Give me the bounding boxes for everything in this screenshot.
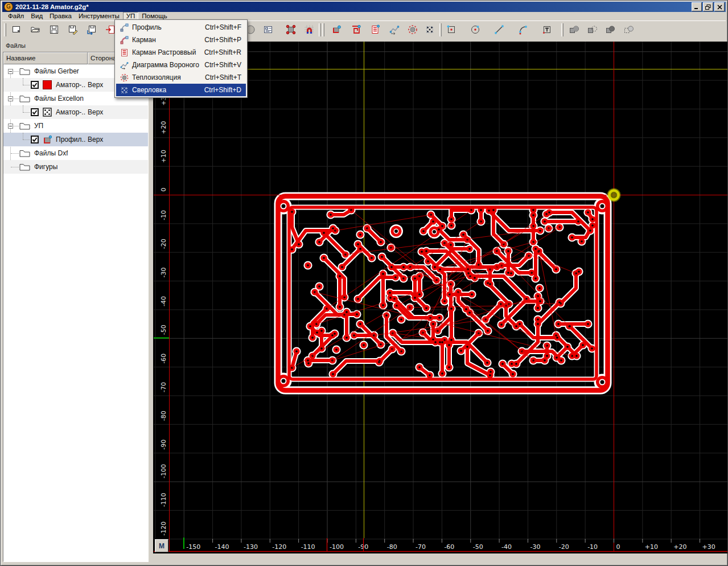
toolbar-grip[interactable] [439,23,442,36]
layer-checkbox[interactable] [31,81,39,89]
ruler-y-label: -110 [160,493,167,507]
layer-checkbox[interactable] [31,136,39,143]
menu-tools[interactable]: Инструменты [75,12,123,20]
menu-file[interactable]: Файл [5,12,27,20]
draw-line-button[interactable] [492,22,507,37]
new-button[interactable] [9,22,24,37]
collapse-icon[interactable] [8,96,13,101]
toolbar-grip[interactable] [4,23,6,36]
units-button[interactable]: M [155,539,168,552]
folder-icon [19,163,30,171]
ruler-y-label: -100 [160,464,167,478]
folder-icon [19,122,30,130]
profile-tool-button[interactable] [329,22,344,37]
save-as-button[interactable] [65,22,80,37]
gerber-layer-icon [43,80,52,89]
ruler-x-label: -10 [587,543,598,551]
pcb-board [275,196,611,391]
menu-item-thermal[interactable]: Теплоизоляция Ctrl+Shift+T [116,71,246,84]
workspace-canvas[interactable]: -150-140-130-120-110-100-90-80-70-60-50-… [153,42,727,553]
pcb-view[interactable]: -150-140-130-120-110-100-90-80-70-60-50-… [153,42,727,553]
draw-text-button[interactable] [540,22,554,37]
menu-item-raster-pocket[interactable]: Карман Растроввый Ctrl+Shift+R [116,46,246,59]
ruler-y-label: +10 [160,150,167,163]
menu-edit[interactable]: Правка [46,12,75,20]
folder-icon [19,67,30,75]
folder-icon [19,95,30,102]
tree-folder-dxf[interactable]: Файлы Dxf [3,146,148,160]
thermal-tool-button[interactable] [405,22,420,37]
side-value: Верх [88,81,103,89]
bool-xor-button[interactable] [622,22,636,37]
draw-circle-button[interactable] [468,22,483,37]
draw-rect-button[interactable] [444,22,459,37]
yellow-guide-lines [154,42,727,538]
menu-item-voronoi[interactable]: Диаграмма Вороного Ctrl+Shift+V [116,59,246,71]
ruler-y-label: -40 [160,296,167,306]
g2g-logo-icon: G [4,2,13,11]
ruler-y-label: -50 [160,325,167,335]
close-button[interactable] [714,2,725,11]
properties-button[interactable] [261,22,275,37]
save-all-button[interactable] [84,22,99,37]
crosshair-lines [154,42,727,552]
ruler-y-label: -80 [160,411,167,421]
title-bar[interactable]: G 2021-11-28 Amator.g2g* [2,2,726,12]
profile-icon [116,23,132,32]
panel-splitter[interactable] [150,40,153,563]
ruler-y-label: +20 [160,121,167,134]
bool-union-button[interactable] [567,22,582,37]
minimize-button[interactable] [692,2,702,11]
bool-intersect-button[interactable] [603,22,618,37]
voronoi-tool-button[interactable] [387,22,402,37]
transform-button[interactable] [283,22,298,37]
bool-subtract-button[interactable] [585,22,600,37]
layer-checkbox[interactable] [31,108,39,116]
collapse-icon[interactable] [8,69,13,74]
drill-tool-button[interactable] [422,22,437,37]
ruler-y-label: -10 [160,210,167,220]
menu-item-pocket[interactable]: Карман Ctrl+Shift+P [116,34,246,46]
ruler-x-label: -150 [186,543,200,551]
ruler-y-label: -90 [160,440,167,450]
ruler-x-label: -50 [473,543,483,551]
menu-item-profile[interactable]: Профиль Ctrl+Shift+F [116,21,246,34]
tree-folder-figures[interactable]: Фигуры [3,160,148,174]
pocket-tool-button[interactable] [348,22,363,37]
tree-folder-up[interactable]: УП [3,119,148,133]
profile-job-icon [43,135,52,144]
toolbar-grip[interactable] [319,23,321,36]
collapse-icon[interactable] [8,124,13,129]
snap-magnet-button[interactable] [302,22,316,37]
menu-help[interactable]: Помощь [138,12,170,20]
grid-lines [154,42,727,539]
save-button[interactable] [47,22,61,37]
clipped-tool-button[interactable] [246,22,261,37]
ruler-y-label: -30 [160,268,167,278]
origin-marker [607,188,621,202]
tree-file-excellon-amator[interactable]: Аматор-... Верх [3,105,148,119]
ruler-y-label: -120 [160,522,167,536]
ruler-x-label: -110 [301,543,315,551]
application-window: G 2021-11-28 Amator.g2g* Файл Вид Правка… [0,0,728,566]
pocket-icon [116,36,132,44]
ruler-x-label: -80 [387,543,397,551]
thermal-icon [116,73,132,82]
menu-up[interactable]: УП [123,12,139,20]
menu-view[interactable]: Вид [27,12,46,20]
folder-icon [19,149,30,157]
raster-pocket-tool-button[interactable] [368,22,382,37]
toolbar-grip[interactable] [322,23,324,36]
drill-icon [116,86,132,95]
ruler-x-label: -20 [559,543,569,551]
open-button[interactable] [28,22,43,37]
ruler-x-label: -120 [272,543,286,551]
toolbar-grip[interactable] [561,23,564,36]
menu-item-drill[interactable]: Сверловка Ctrl+Shift+D [116,84,246,96]
restore-button[interactable] [703,2,713,11]
ruler-x-label: -30 [530,543,540,551]
ruler-x-label: -130 [244,543,258,551]
tree-file-profile[interactable]: Профил... Верх [3,133,148,146]
draw-arc-button[interactable] [516,22,530,37]
column-header-name[interactable]: Название [3,52,88,64]
